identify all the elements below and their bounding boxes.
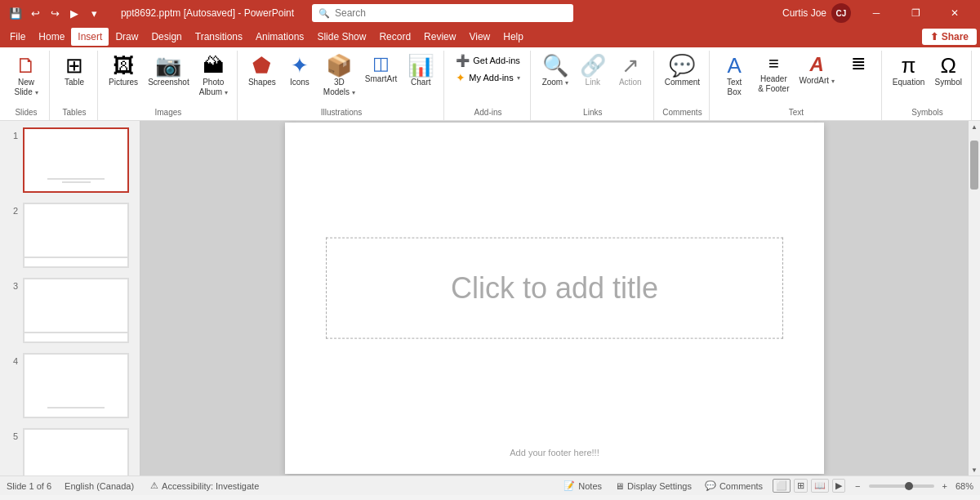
shapes-icon: ⬟: [252, 55, 271, 76]
language-info: English (Canada): [65, 481, 134, 491]
search-box[interactable]: 🔍: [312, 4, 573, 22]
ribbon-group-links: 🔍 Zoom ▾ 🔗 Link ↗ Action Links: [532, 51, 654, 120]
menu-home[interactable]: Home: [32, 28, 71, 46]
menu-draw[interactable]: Draw: [109, 28, 145, 46]
undo-button[interactable]: ↩: [26, 4, 44, 22]
new-slide-button[interactable]: 🗋 NewSlide ▾: [8, 52, 44, 100]
menu-view[interactable]: View: [462, 28, 497, 46]
view-controls: ⬜ ⊞ 📖 ▶: [773, 479, 845, 493]
share-button[interactable]: ⬆ Share: [922, 29, 977, 45]
title-bar: 💾 ↩ ↪ ▶ ▾ ppt8692.pptm [Autosaved] - Pow…: [0, 0, 980, 26]
more-quick-access-button[interactable]: ▾: [85, 4, 103, 22]
slide-sorter-button[interactable]: ⊞: [794, 479, 808, 493]
slide-num-4: 4: [7, 356, 18, 366]
present-button[interactable]: ▶: [65, 4, 83, 22]
object-button[interactable]: ≣: [840, 52, 876, 77]
slide-thumb-3[interactable]: 3: [3, 275, 136, 346]
menu-design[interactable]: Design: [145, 28, 188, 46]
restore-button[interactable]: ❐: [897, 0, 934, 26]
tables-group-label: Tables: [63, 108, 87, 118]
menu-file[interactable]: File: [3, 28, 32, 46]
menu-animations[interactable]: Animations: [249, 28, 310, 46]
menu-review[interactable]: Review: [417, 28, 462, 46]
get-addins-button[interactable]: ➕ Get Add-ins: [451, 52, 524, 69]
table-icon: ⊞: [65, 55, 83, 76]
ribbon-group-addins: ➕ Get Add-ins ✦ My Add-ins ▾ Add-ins: [446, 51, 530, 120]
link-button[interactable]: 🔗 Link: [575, 52, 611, 90]
comment-button[interactable]: 💬 Comment: [661, 52, 704, 90]
slide-thumbnail-1[interactable]: [23, 127, 129, 193]
scroll-track[interactable]: [969, 132, 980, 464]
my-addins-button[interactable]: ✦ My Add-ins ▾: [451, 69, 524, 86]
slide-thumb-4[interactable]: 4: [3, 350, 136, 422]
search-input[interactable]: [335, 7, 567, 19]
scroll-thumb[interactable]: [970, 141, 978, 190]
slide-num-1: 1: [7, 131, 18, 141]
slide-num-3: 3: [7, 281, 18, 291]
slide-thumbnail-5[interactable]: [23, 428, 129, 475]
normal-view-button[interactable]: ⬜: [773, 479, 791, 493]
minimize-button[interactable]: ─: [858, 0, 895, 26]
icons-button[interactable]: ✦ Icons: [282, 52, 318, 90]
text-box-button[interactable]: A TextBox: [716, 52, 752, 100]
slide-canvas-area: Click to add title Add your footer here!…: [140, 121, 969, 475]
chart-button[interactable]: 📊 Chart: [403, 52, 439, 90]
slide-thumb-1[interactable]: 1: [3, 124, 136, 196]
zoom-in-button[interactable]: +: [939, 480, 951, 492]
equation-button[interactable]: π Equation: [889, 52, 929, 90]
menu-record[interactable]: Record: [372, 28, 417, 46]
scroll-down-button[interactable]: ▼: [969, 464, 980, 475]
menu-slideshow[interactable]: Slide Show: [310, 28, 372, 46]
pictures-icon: 🖼: [113, 55, 134, 76]
slide-title-placeholder[interactable]: Click to add title: [326, 238, 783, 339]
slide-thumb-5[interactable]: 5: [3, 425, 136, 475]
action-button[interactable]: ↗ Action: [612, 52, 648, 90]
wordart-icon: A: [809, 55, 823, 74]
comments-group-label: Comments: [662, 108, 702, 118]
window-controls: ─ ❐ ✕: [858, 0, 973, 26]
save-button[interactable]: 💾: [7, 4, 24, 22]
slide-thumb-2[interactable]: 2: [3, 199, 136, 271]
slideshow-button[interactable]: ▶: [832, 479, 845, 493]
ribbon-group-symbols: π Equation Ω Symbol Symbols: [884, 51, 972, 120]
accessibility-label: Accessibility: Investigate: [162, 481, 259, 491]
symbols-group-label: Symbols: [911, 108, 942, 118]
screenshot-button[interactable]: 📷 Screenshot: [144, 52, 194, 90]
zoom-button[interactable]: 🔍 Zoom ▾: [537, 52, 573, 90]
table-button[interactable]: ⊞ Table: [56, 52, 92, 90]
slide-num-5: 5: [7, 431, 18, 441]
menu-transitions[interactable]: Transitions: [189, 28, 249, 46]
ribbon-group-illustrations: ⬟ Shapes ✦ Icons 📦 3DModels ▾ ◫ SmartArt…: [239, 51, 444, 120]
redo-button[interactable]: ↪: [46, 4, 64, 22]
slide-footer: Add your footer here!!!: [510, 448, 599, 458]
reading-view-button[interactable]: 📖: [811, 479, 829, 493]
vertical-scrollbar[interactable]: ▲ ▼: [969, 121, 980, 475]
3d-models-button[interactable]: 📦 3DModels ▾: [319, 52, 359, 100]
slide-panel[interactable]: 1 2 3 4: [0, 121, 140, 475]
header-footer-button[interactable]: ≡ Header& Footer: [754, 52, 793, 96]
shapes-button[interactable]: ⬟ Shapes: [244, 52, 280, 90]
scroll-up-button[interactable]: ▲: [969, 121, 980, 132]
photo-album-button[interactable]: 🏔 PhotoAlbum ▾: [195, 52, 232, 100]
accessibility-button[interactable]: ⚠ Accessibility: Investigate: [147, 480, 262, 492]
comments-button[interactable]: 💬 Comments: [702, 480, 766, 492]
slide-thumbnail-2[interactable]: [23, 203, 129, 268]
zoom-out-button[interactable]: −: [852, 480, 863, 492]
slide-thumbnail-3[interactable]: [23, 278, 129, 343]
ribbon-group-media: ▶ Video ▾ 🔊 Audio ▾ ⏺ ScreenRecording Me…: [973, 51, 980, 120]
notes-icon: 📝: [564, 480, 575, 491]
display-settings-button[interactable]: 🖥 Display Settings: [612, 480, 695, 492]
smartart-button[interactable]: ◫ SmartArt: [361, 52, 401, 87]
notes-button[interactable]: 📝 Notes: [560, 480, 605, 492]
menu-insert[interactable]: Insert: [71, 28, 109, 46]
close-button[interactable]: ✕: [936, 0, 973, 26]
slide-thumbnail-4[interactable]: [23, 353, 129, 418]
display-settings-icon: 🖥: [615, 481, 624, 491]
zoom-slider[interactable]: [869, 484, 934, 488]
symbol-button[interactable]: Ω Symbol: [930, 52, 966, 90]
pictures-button[interactable]: 🖼 Pictures: [105, 52, 142, 90]
action-icon: ↗: [621, 55, 639, 76]
wordart-button[interactable]: A WordArt ▾: [795, 52, 839, 88]
quick-access-toolbar: 💾 ↩ ↪ ▶ ▾: [7, 4, 103, 22]
menu-help[interactable]: Help: [497, 28, 530, 46]
